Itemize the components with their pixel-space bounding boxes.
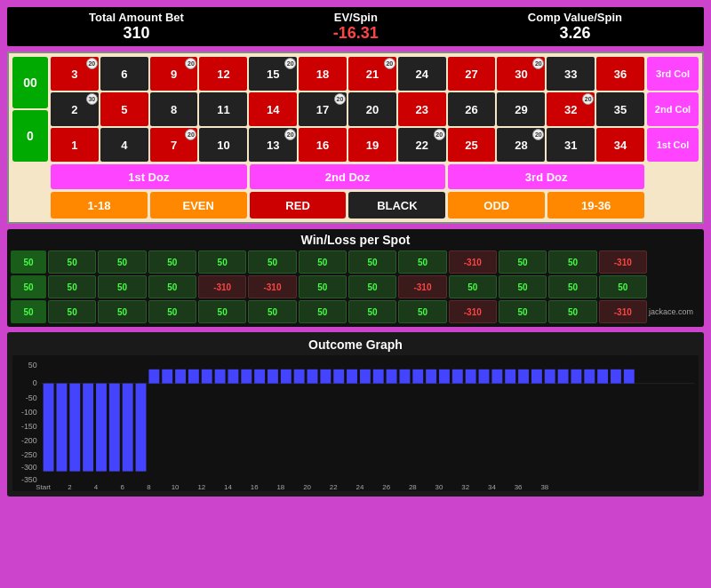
svg-text:-200: -200: [21, 436, 37, 445]
svg-rect-16: [123, 384, 133, 472]
comp-value: 3.26: [528, 24, 622, 43]
wl-cell-2-1: 50: [98, 300, 146, 323]
dozen-2nd[interactable]: 2nd Doz: [250, 164, 446, 189]
num-cell-10[interactable]: 10: [199, 128, 247, 162]
wl-cell-2-11: -310: [599, 300, 647, 323]
num-cell-25[interactable]: 25: [448, 128, 496, 162]
svg-text:12: 12: [197, 483, 205, 491]
col-2nd[interactable]: 2nd Col: [647, 92, 699, 126]
col-3rd[interactable]: 3rd Col: [647, 57, 699, 91]
num-cell-6[interactable]: 6: [100, 57, 148, 91]
svg-text:-300: -300: [21, 463, 37, 472]
wl-cell-2-10: 50: [548, 300, 596, 323]
num-cell-31[interactable]: 31: [547, 128, 595, 162]
svg-rect-29: [294, 369, 305, 384]
svg-rect-52: [597, 369, 608, 384]
bet-odd[interactable]: ODD: [448, 192, 545, 219]
svg-rect-27: [268, 369, 278, 384]
num-cell-3[interactable]: 320: [51, 57, 99, 91]
wl-cell-0-0: 50: [48, 250, 96, 274]
num-cell-7[interactable]: 720: [150, 128, 198, 162]
num-cell-36[interactable]: 36: [596, 57, 644, 91]
svg-text:8: 8: [147, 483, 151, 491]
roulette-board: 00 0 32069201215201821202427302033362305…: [7, 52, 704, 224]
num-cell-1[interactable]: 1: [51, 128, 99, 162]
zero-column: 00 0: [12, 57, 48, 162]
svg-rect-15: [109, 384, 120, 472]
wl-cell-0-8: -310: [449, 250, 497, 274]
wl-cell-1-6: 50: [348, 275, 396, 298]
num-cell-33[interactable]: 33: [547, 57, 595, 91]
cell-00[interactable]: 00: [12, 57, 48, 108]
wl-cell-0-11: -310: [599, 250, 647, 274]
num-cell-17[interactable]: 1720: [299, 92, 347, 126]
wl-row-0: 505050505050505050-3105050-310: [11, 250, 700, 274]
svg-rect-41: [452, 369, 463, 384]
num-cell-5[interactable]: 5: [100, 92, 148, 126]
num-cell-34[interactable]: 34: [596, 128, 644, 162]
col-1st[interactable]: 1st Col: [647, 128, 699, 162]
wl-cell-1-10: 50: [548, 275, 596, 298]
bet-1-18[interactable]: 1-18: [51, 192, 148, 219]
num-cell-11[interactable]: 11: [199, 92, 247, 126]
wl-cell-2-8: -310: [449, 300, 497, 323]
bet-19-36[interactable]: 19-36: [547, 192, 644, 219]
num-cell-28[interactable]: 2820: [497, 128, 545, 162]
comp-stat: Comp Value/Spin 3.26: [528, 11, 622, 43]
svg-text:14: 14: [224, 483, 232, 491]
bet-black[interactable]: BLACK: [348, 192, 445, 219]
svg-rect-13: [83, 384, 93, 472]
num-cell-18[interactable]: 18: [299, 57, 347, 91]
svg-text:Start: Start: [36, 483, 51, 491]
num-cell-13[interactable]: 1320: [249, 128, 297, 162]
num-cell-8[interactable]: 8: [150, 92, 198, 126]
num-cell-15[interactable]: 1520: [249, 57, 297, 91]
svg-text:-250: -250: [21, 450, 37, 459]
svg-rect-49: [558, 369, 569, 384]
num-cell-26[interactable]: 26: [448, 92, 496, 126]
dozen-3rd[interactable]: 3rd Doz: [448, 164, 644, 189]
svg-rect-14: [96, 384, 107, 472]
wl-side-cell-1: 50: [11, 275, 46, 298]
num-cell-24[interactable]: 24: [398, 57, 446, 91]
num-cell-16[interactable]: 16: [299, 128, 347, 162]
num-cell-32[interactable]: 3220: [547, 92, 595, 126]
num-cell-4[interactable]: 4: [100, 128, 148, 162]
svg-text:24: 24: [356, 483, 364, 491]
svg-text:22: 22: [330, 483, 338, 491]
num-cell-30[interactable]: 3020: [497, 57, 545, 91]
wl-cell-1-0: 50: [48, 275, 96, 298]
cell-0[interactable]: 0: [12, 110, 48, 162]
num-cell-23[interactable]: 23: [398, 92, 446, 126]
svg-text:10: 10: [172, 483, 180, 491]
svg-rect-45: [505, 369, 515, 384]
outside-row: 1-18 EVEN RED BLACK ODD 19-36: [12, 192, 699, 219]
wl-cell-2-7: 50: [398, 300, 446, 323]
num-cell-14[interactable]: 14: [249, 92, 297, 126]
num-cell-12[interactable]: 12: [199, 57, 247, 91]
outcome-graph: 50 0 -50 -100 -150 -200 -250 -300 -350: [12, 355, 699, 491]
svg-rect-38: [412, 369, 423, 384]
bet-red[interactable]: RED: [250, 192, 347, 219]
svg-rect-17: [136, 384, 147, 472]
num-cell-35[interactable]: 35: [596, 92, 644, 126]
num-cell-27[interactable]: 27: [448, 57, 496, 91]
num-cell-21[interactable]: 2120: [348, 57, 396, 91]
svg-rect-47: [531, 369, 542, 384]
svg-text:0: 0: [33, 378, 37, 387]
num-cell-29[interactable]: 29: [497, 92, 545, 126]
bet-even[interactable]: EVEN: [150, 192, 247, 219]
svg-rect-46: [518, 369, 529, 384]
svg-rect-37: [399, 369, 410, 384]
graph-container: 50 0 -50 -100 -150 -200 -250 -300 -350: [12, 355, 699, 491]
num-cell-20[interactable]: 20: [348, 92, 396, 126]
num-cell-2[interactable]: 230: [51, 92, 99, 126]
dozen-1st[interactable]: 1st Doz: [51, 164, 247, 189]
svg-text:-150: -150: [21, 422, 37, 431]
svg-text:34: 34: [488, 483, 496, 491]
num-cell-22[interactable]: 2220: [398, 128, 446, 162]
num-cell-19[interactable]: 19: [348, 128, 396, 162]
num-cell-9[interactable]: 920: [150, 57, 198, 91]
wl-cell-0-10: 50: [548, 250, 596, 274]
svg-text:32: 32: [461, 483, 469, 491]
